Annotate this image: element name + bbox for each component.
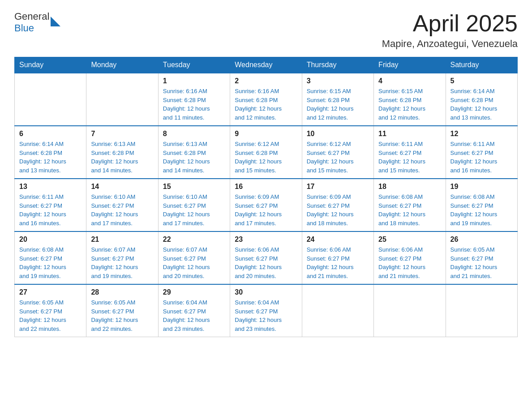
day-number: 14 [91,183,153,191]
location-subtitle: Mapire, Anzoategui, Venezuela [382,38,518,50]
day-number: 18 [378,183,441,191]
calendar-cell: 8Sunrise: 6:13 AM Sunset: 6:28 PM Daylig… [158,126,230,179]
calendar-cell [86,73,158,126]
day-info: Sunrise: 6:10 AM Sunset: 6:27 PM Dayligh… [91,193,153,227]
calendar-cell: 22Sunrise: 6:07 AM Sunset: 6:27 PM Dayli… [158,231,230,284]
day-number: 2 [235,77,297,85]
day-number: 23 [235,235,297,244]
day-info: Sunrise: 6:13 AM Sunset: 6:28 PM Dayligh… [91,140,153,175]
column-header-tuesday: Tuesday [158,57,230,73]
calendar-cell: 2Sunrise: 6:16 AM Sunset: 6:28 PM Daylig… [230,73,302,126]
day-number: 29 [163,288,225,296]
day-number: 25 [378,235,441,244]
day-info: Sunrise: 6:07 AM Sunset: 6:27 PM Dayligh… [163,245,225,280]
day-number: 17 [307,183,369,191]
column-header-wednesday: Wednesday [230,57,302,73]
calendar-cell: 10Sunrise: 6:12 AM Sunset: 6:27 PM Dayli… [302,126,373,179]
day-info: Sunrise: 6:06 AM Sunset: 6:27 PM Dayligh… [307,245,369,280]
day-info: Sunrise: 6:15 AM Sunset: 6:28 PM Dayligh… [378,87,441,122]
calendar-cell: 4Sunrise: 6:15 AM Sunset: 6:28 PM Daylig… [374,73,446,126]
calendar-cell: 27Sunrise: 6:05 AM Sunset: 6:27 PM Dayli… [15,284,86,337]
day-info: Sunrise: 6:08 AM Sunset: 6:27 PM Dayligh… [19,245,82,280]
calendar-cell: 19Sunrise: 6:08 AM Sunset: 6:27 PM Dayli… [446,179,517,231]
calendar-cell: 14Sunrise: 6:10 AM Sunset: 6:27 PM Dayli… [86,179,158,231]
calendar-cell: 23Sunrise: 6:06 AM Sunset: 6:27 PM Dayli… [230,231,302,284]
day-info: Sunrise: 6:14 AM Sunset: 6:28 PM Dayligh… [450,87,513,122]
day-number: 9 [235,130,297,138]
calendar-header-row: SundayMondayTuesdayWednesdayThursdayFrid… [15,57,518,73]
day-number: 4 [378,77,441,85]
calendar-cell: 6Sunrise: 6:14 AM Sunset: 6:28 PM Daylig… [15,126,86,179]
calendar-cell: 5Sunrise: 6:14 AM Sunset: 6:28 PM Daylig… [446,73,517,126]
day-number: 19 [450,183,513,191]
calendar-cell: 30Sunrise: 6:04 AM Sunset: 6:27 PM Dayli… [230,284,302,337]
day-info: Sunrise: 6:07 AM Sunset: 6:27 PM Dayligh… [91,245,153,280]
day-info: Sunrise: 6:05 AM Sunset: 6:27 PM Dayligh… [91,298,153,333]
calendar-cell: 9Sunrise: 6:12 AM Sunset: 6:28 PM Daylig… [230,126,302,179]
svg-marker-0 [51,17,60,26]
column-header-saturday: Saturday [446,57,517,73]
logo: General Blue [14,11,60,34]
logo-text: General Blue [14,11,49,34]
day-info: Sunrise: 6:05 AM Sunset: 6:27 PM Dayligh… [450,245,513,280]
day-info: Sunrise: 6:13 AM Sunset: 6:28 PM Dayligh… [163,140,225,175]
calendar-cell: 16Sunrise: 6:09 AM Sunset: 6:27 PM Dayli… [230,179,302,231]
month-year-title: April 2025 [382,11,518,36]
day-number: 27 [19,288,82,296]
day-number: 26 [450,235,513,244]
calendar-cell: 21Sunrise: 6:07 AM Sunset: 6:27 PM Dayli… [86,231,158,284]
day-info: Sunrise: 6:09 AM Sunset: 6:27 PM Dayligh… [307,193,369,227]
calendar-cell: 29Sunrise: 6:04 AM Sunset: 6:27 PM Dayli… [158,284,230,337]
calendar-cell: 18Sunrise: 6:08 AM Sunset: 6:27 PM Dayli… [374,179,446,231]
day-number: 10 [307,130,369,138]
calendar-cell: 26Sunrise: 6:05 AM Sunset: 6:27 PM Dayli… [446,231,517,284]
day-number: 13 [19,183,82,191]
day-info: Sunrise: 6:11 AM Sunset: 6:27 PM Dayligh… [450,140,513,175]
day-info: Sunrise: 6:12 AM Sunset: 6:28 PM Dayligh… [235,140,297,175]
day-number: 24 [307,235,369,244]
day-number: 1 [163,77,225,85]
calendar-cell: 28Sunrise: 6:05 AM Sunset: 6:27 PM Dayli… [86,284,158,337]
day-info: Sunrise: 6:16 AM Sunset: 6:28 PM Dayligh… [235,87,297,122]
calendar-cell [302,284,373,337]
day-info: Sunrise: 6:09 AM Sunset: 6:27 PM Dayligh… [235,193,297,227]
day-info: Sunrise: 6:08 AM Sunset: 6:27 PM Dayligh… [378,193,441,227]
calendar-cell: 3Sunrise: 6:15 AM Sunset: 6:28 PM Daylig… [302,73,373,126]
day-info: Sunrise: 6:14 AM Sunset: 6:28 PM Dayligh… [19,140,82,175]
day-number: 28 [91,288,153,296]
day-info: Sunrise: 6:04 AM Sunset: 6:27 PM Dayligh… [235,298,297,333]
day-number: 16 [235,183,297,191]
day-info: Sunrise: 6:15 AM Sunset: 6:28 PM Dayligh… [307,87,369,122]
day-number: 5 [450,77,513,85]
calendar-cell: 15Sunrise: 6:10 AM Sunset: 6:27 PM Dayli… [158,179,230,231]
week-row-2: 6Sunrise: 6:14 AM Sunset: 6:28 PM Daylig… [15,126,518,179]
day-info: Sunrise: 6:05 AM Sunset: 6:27 PM Dayligh… [19,298,82,333]
calendar-cell [374,284,446,337]
week-row-1: 1Sunrise: 6:16 AM Sunset: 6:28 PM Daylig… [15,73,518,126]
column-header-friday: Friday [374,57,446,73]
calendar-cell: 25Sunrise: 6:06 AM Sunset: 6:27 PM Dayli… [374,231,446,284]
day-number: 11 [378,130,441,138]
calendar-cell: 20Sunrise: 6:08 AM Sunset: 6:27 PM Dayli… [15,231,86,284]
calendar-cell: 12Sunrise: 6:11 AM Sunset: 6:27 PM Dayli… [446,126,517,179]
day-info: Sunrise: 6:11 AM Sunset: 6:27 PM Dayligh… [378,140,441,175]
day-number: 3 [307,77,369,85]
day-number: 30 [235,288,297,296]
day-number: 7 [91,130,153,138]
day-number: 8 [163,130,225,138]
day-info: Sunrise: 6:04 AM Sunset: 6:27 PM Dayligh… [163,298,225,333]
column-header-monday: Monday [86,57,158,73]
week-row-3: 13Sunrise: 6:11 AM Sunset: 6:27 PM Dayli… [15,179,518,231]
calendar-cell: 13Sunrise: 6:11 AM Sunset: 6:27 PM Dayli… [15,179,86,231]
day-info: Sunrise: 6:16 AM Sunset: 6:28 PM Dayligh… [163,87,225,122]
calendar-cell [15,73,86,126]
day-number: 15 [163,183,225,191]
day-info: Sunrise: 6:06 AM Sunset: 6:27 PM Dayligh… [378,245,441,280]
day-info: Sunrise: 6:10 AM Sunset: 6:27 PM Dayligh… [163,193,225,227]
day-number: 22 [163,235,225,244]
day-number: 6 [19,130,82,138]
calendar-cell: 17Sunrise: 6:09 AM Sunset: 6:27 PM Dayli… [302,179,373,231]
calendar-cell: 11Sunrise: 6:11 AM Sunset: 6:27 PM Dayli… [374,126,446,179]
logo-arrow-icon [51,17,60,26]
week-row-5: 27Sunrise: 6:05 AM Sunset: 6:27 PM Dayli… [15,284,518,337]
